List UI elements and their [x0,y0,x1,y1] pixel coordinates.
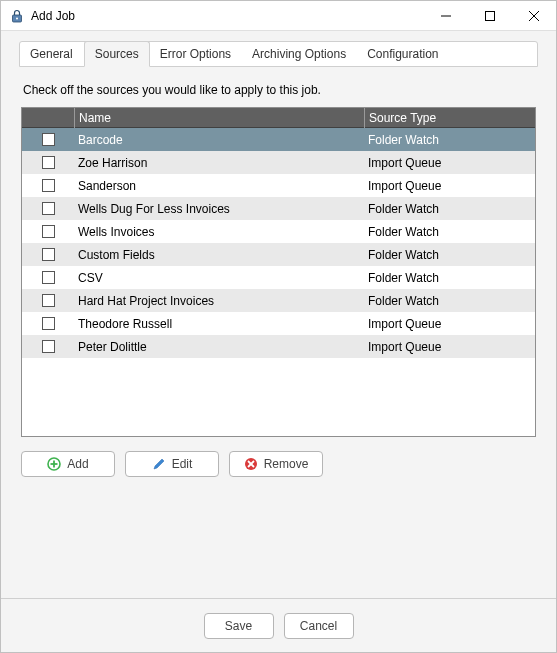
row-name: Peter Dolittle [74,340,364,354]
tab-label: Sources [95,47,139,61]
col-type[interactable]: Source Type [364,108,535,128]
tab-general[interactable]: General [20,42,84,66]
dialog-add-job: Add Job General Sources Error Options Ar… [0,0,557,653]
tab-label: Error Options [160,47,231,61]
row-type: Import Queue [364,179,535,193]
row-check-cell [22,294,74,307]
row-checkbox[interactable] [42,271,55,284]
row-type: Folder Watch [364,294,535,308]
content-area: General Sources Error Options Archiving … [1,31,556,598]
plus-icon [47,457,61,471]
row-name: Wells Dug For Less Invoices [74,202,364,216]
cancel-button[interactable]: Cancel [284,613,354,639]
row-check-cell [22,317,74,330]
row-type: Import Queue [364,156,535,170]
row-name: Custom Fields [74,248,364,262]
button-label: Remove [264,457,309,471]
table-row[interactable]: SandersonImport Queue [22,174,535,197]
row-name: CSV [74,271,364,285]
row-type: Folder Watch [364,202,535,216]
row-type: Import Queue [364,317,535,331]
add-button[interactable]: Add [21,451,115,477]
col-label: Source Type [369,111,436,125]
row-type: Folder Watch [364,133,535,147]
row-name: Barcode [74,133,364,147]
maximize-button[interactable] [468,1,512,31]
table-body: BarcodeFolder WatchZoe HarrisonImport Qu… [22,128,535,358]
table-row[interactable]: Zoe HarrisonImport Queue [22,151,535,174]
tab-strip: General Sources Error Options Archiving … [19,41,538,67]
table-row[interactable]: Hard Hat Project InvoicesFolder Watch [22,289,535,312]
table-row[interactable]: BarcodeFolder Watch [22,128,535,151]
row-checkbox[interactable] [42,248,55,261]
lock-icon [9,8,25,24]
dialog-footer: Save Cancel [1,598,556,652]
col-check [22,108,74,128]
row-check-cell [22,225,74,238]
tab-label: General [30,47,73,61]
row-name: Theodore Russell [74,317,364,331]
table-header: Name Source Type [22,108,535,128]
row-check-cell [22,179,74,192]
row-name: Sanderson [74,179,364,193]
save-button[interactable]: Save [204,613,274,639]
row-check-cell [22,156,74,169]
row-check-cell [22,248,74,261]
tab-error-options[interactable]: Error Options [150,42,242,66]
table-row[interactable]: Wells InvoicesFolder Watch [22,220,535,243]
remove-icon [244,457,258,471]
remove-button[interactable]: Remove [229,451,323,477]
row-name: Wells Invoices [74,225,364,239]
row-check-cell [22,271,74,284]
tab-archiving-options[interactable]: Archiving Options [242,42,357,66]
row-check-cell [22,340,74,353]
svg-rect-3 [486,11,495,20]
button-label: Add [67,457,88,471]
table-row[interactable]: Custom FieldsFolder Watch [22,243,535,266]
row-checkbox[interactable] [42,340,55,353]
minimize-button[interactable] [424,1,468,31]
table-row[interactable]: Wells Dug For Less InvoicesFolder Watch [22,197,535,220]
row-checkbox[interactable] [42,179,55,192]
titlebar: Add Job [1,1,556,31]
svg-point-1 [16,17,18,19]
row-type: Folder Watch [364,225,535,239]
row-type: Import Queue [364,340,535,354]
row-type: Folder Watch [364,248,535,262]
button-label: Save [225,619,252,633]
table-row[interactable]: Peter DolittleImport Queue [22,335,535,358]
row-check-cell [22,202,74,215]
action-buttons: Add Edit Remove [21,451,536,477]
tab-label: Archiving Options [252,47,346,61]
row-checkbox[interactable] [42,202,55,215]
table-row[interactable]: CSVFolder Watch [22,266,535,289]
button-label: Cancel [300,619,337,633]
window-title: Add Job [31,9,75,23]
pencil-icon [152,457,166,471]
row-checkbox[interactable] [42,294,55,307]
row-checkbox[interactable] [42,225,55,238]
row-checkbox[interactable] [42,156,55,169]
row-check-cell [22,133,74,146]
table-row[interactable]: Theodore RussellImport Queue [22,312,535,335]
row-name: Hard Hat Project Invoices [74,294,364,308]
button-label: Edit [172,457,193,471]
row-checkbox[interactable] [42,317,55,330]
col-label: Name [79,111,111,125]
sources-table: Name Source Type BarcodeFolder WatchZoe … [21,107,536,437]
close-button[interactable] [512,1,556,31]
tab-label: Configuration [367,47,438,61]
row-name: Zoe Harrison [74,156,364,170]
row-checkbox[interactable] [42,133,55,146]
tab-configuration[interactable]: Configuration [357,42,449,66]
edit-button[interactable]: Edit [125,451,219,477]
col-name[interactable]: Name [74,108,364,128]
row-type: Folder Watch [364,271,535,285]
instruction-text: Check off the sources you would like to … [23,83,534,97]
tab-sources[interactable]: Sources [84,41,150,67]
